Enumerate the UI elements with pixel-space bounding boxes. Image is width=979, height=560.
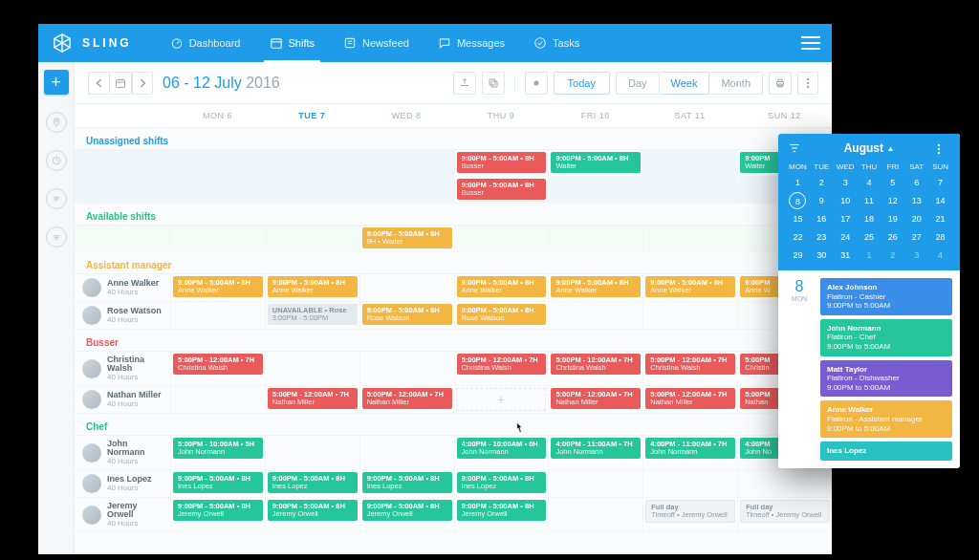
cal-day[interactable]: 12 (881, 193, 904, 208)
day-col[interactable]: WED 8 (359, 104, 454, 127)
seg-month[interactable]: Month (709, 72, 763, 95)
today-button[interactable]: Today (554, 72, 610, 95)
filter-icon[interactable] (788, 141, 801, 155)
empty-cell[interactable] (359, 150, 454, 176)
cal-day[interactable]: 16 (810, 211, 834, 226)
cal-day[interactable]: 3 (904, 248, 928, 263)
next-button[interactable] (132, 72, 153, 95)
cal-day[interactable]: 26 (881, 229, 904, 245)
shift-block[interactable]: 9:00PM - 5:00AM • 8HInes Lopez (362, 472, 452, 493)
cal-day[interactable]: 15 (786, 211, 810, 226)
add-shift-cell[interactable]: + (456, 388, 547, 411)
cal-day[interactable]: 31 (834, 248, 858, 263)
shift-block[interactable]: 5:00PM - 12:00AM • 7HNathan Miller (268, 388, 358, 409)
cal-day[interactable]: 14 (928, 193, 952, 208)
shift-block[interactable]: 9:00PM - 5:00AM • 8HWaiter (551, 152, 641, 173)
cal-day[interactable]: 2 (810, 175, 834, 190)
employee-cell[interactable]: Christina Walsh40 Hours (76, 354, 168, 383)
empty-cell[interactable] (265, 436, 359, 469)
cal-day[interactable]: 1 (858, 248, 881, 263)
empty-cell[interactable] (642, 226, 737, 251)
cal-day[interactable]: 27 (904, 229, 928, 245)
shift-block[interactable]: 9:00PM - 5:00AM • 8HAnne Walker (457, 276, 547, 297)
empty-cell[interactable] (170, 177, 265, 203)
shift-block[interactable]: 5:00PM - 12:00AM • 7HChristina Walsh (645, 354, 735, 375)
shift-block[interactable]: 9:00PM - 5:00AM • 8H9H • Waiter (362, 227, 452, 248)
shift-block[interactable]: 9:00PM - 5:00AM • 8HInes Lopez (457, 472, 547, 493)
cal-day[interactable]: 30 (810, 248, 834, 263)
nav-shifts[interactable]: Shifts (258, 24, 327, 62)
shift-block[interactable]: 5:00PM - 12:00AM • 7HChristina Walsh (173, 354, 263, 375)
cal-day[interactable]: 1 (786, 175, 810, 190)
popover-more-icon[interactable] (937, 141, 950, 155)
shift-block[interactable]: 5:00PM - 10:00AM • 5HJohn Normann (173, 438, 263, 459)
cal-day[interactable]: 17 (834, 211, 858, 226)
cal-day[interactable]: 7 (928, 175, 952, 190)
shift-block[interactable]: 9:00PM - 5:00AM • 8HRose Watson (362, 304, 452, 325)
empty-cell[interactable] (359, 274, 454, 301)
add-button[interactable]: + (44, 70, 69, 95)
shift-block[interactable]: 4:00PM - 11:00AM • 7HJohn Normann (645, 438, 735, 459)
shift-block[interactable]: 9:00PM - 5:00AM • 8HInes Lopez (173, 472, 263, 493)
shift-block[interactable]: Full dayTimeoff • Jeremy Orwell (740, 500, 830, 523)
cal-day[interactable]: 20 (904, 211, 928, 226)
cal-day[interactable]: 5 (881, 175, 904, 190)
rail-nav-3-icon[interactable] (46, 188, 67, 209)
empty-cell[interactable] (548, 302, 642, 329)
more-button[interactable] (797, 72, 818, 95)
nav-tasks[interactable]: Tasks (522, 24, 591, 62)
cal-day[interactable]: 2 (881, 248, 904, 263)
popover-entry[interactable]: Anne WalkerFlatiron - Assistant manager9… (820, 400, 952, 438)
day-col[interactable]: FRI 10 (548, 104, 642, 127)
day-col[interactable]: TUE 7 (265, 104, 359, 127)
cal-day[interactable]: 25 (858, 229, 881, 245)
schedule-grid[interactable]: Unassigned shifts9:00PM - 5:00AM • 8HBus… (75, 128, 832, 554)
popover-entry[interactable]: Alex JohnsonFlatiron - Cashier9:00PM to … (820, 278, 952, 315)
shift-block[interactable]: 5:00PM - 12:00AM • 7HChristina Walsh (457, 354, 547, 375)
empty-cell[interactable] (265, 150, 359, 176)
empty-cell[interactable] (642, 470, 737, 497)
nav-dashboard[interactable]: Dashboard (159, 24, 252, 62)
copy-button[interactable] (482, 72, 505, 95)
shift-block[interactable]: 5:00PM - 12:00AM • 7HNathan Miller (551, 388, 641, 409)
employee-cell[interactable]: Ines Lopez40 Hours (76, 472, 168, 495)
empty-cell[interactable] (170, 386, 265, 413)
cal-day[interactable]: 13 (904, 193, 928, 208)
export-button[interactable] (453, 72, 476, 95)
empty-cell[interactable] (265, 177, 359, 203)
seg-week[interactable]: Week (660, 72, 710, 95)
cal-day[interactable]: 19 (881, 211, 904, 226)
popover-month[interactable]: August ▲ (844, 141, 895, 155)
empty-cell[interactable] (642, 302, 737, 329)
popover-entry[interactable]: Ines Lopez (820, 442, 952, 461)
prev-button[interactable] (88, 72, 109, 95)
popover-entry[interactable]: John NormannFlatiron - Chef9:00PM to 5:0… (820, 319, 952, 356)
shift-block[interactable]: 9:00PM - 5:00AM • 8HAnne Walker (645, 276, 735, 297)
empty-cell[interactable] (359, 352, 454, 385)
empty-cell[interactable] (265, 226, 359, 251)
calendar-button[interactable] (109, 72, 132, 95)
day-col[interactable]: MON 6 (170, 104, 265, 127)
rail-nav-1-icon[interactable] (46, 112, 67, 133)
empty-cell[interactable] (170, 226, 265, 251)
cal-day[interactable]: 3 (834, 175, 858, 190)
employee-cell[interactable]: Jeremy Orwell40 Hours (76, 500, 168, 529)
empty-cell[interactable] (265, 352, 359, 385)
empty-cell[interactable] (548, 226, 642, 251)
print-button[interactable] (769, 72, 792, 95)
empty-cell[interactable] (642, 150, 737, 176)
shift-block[interactable]: 9:00PM - 5:00AM • 8HAnne Walker (268, 276, 358, 297)
empty-cell[interactable] (548, 498, 642, 531)
shift-block[interactable]: UNAVAILABLE • Rose3:00PM - 5:00PM (268, 304, 358, 325)
shift-block[interactable]: 9:00PM - 5:00AM • 8HAnne Walker (551, 276, 641, 297)
cal-day[interactable]: 4 (928, 248, 952, 263)
empty-cell[interactable] (454, 226, 549, 251)
employee-cell[interactable]: Anne Walker40 Hours (76, 276, 168, 299)
cal-day[interactable]: 28 (928, 229, 952, 245)
cal-day[interactable]: 6 (904, 175, 928, 190)
empty-cell[interactable] (170, 302, 265, 329)
cal-day[interactable]: 11 (858, 193, 881, 208)
shift-block[interactable]: 5:00PM - 12:00AM • 7HNathan Miller (362, 388, 452, 409)
empty-cell[interactable] (548, 177, 642, 203)
day-col[interactable]: SAT 11 (642, 104, 737, 127)
